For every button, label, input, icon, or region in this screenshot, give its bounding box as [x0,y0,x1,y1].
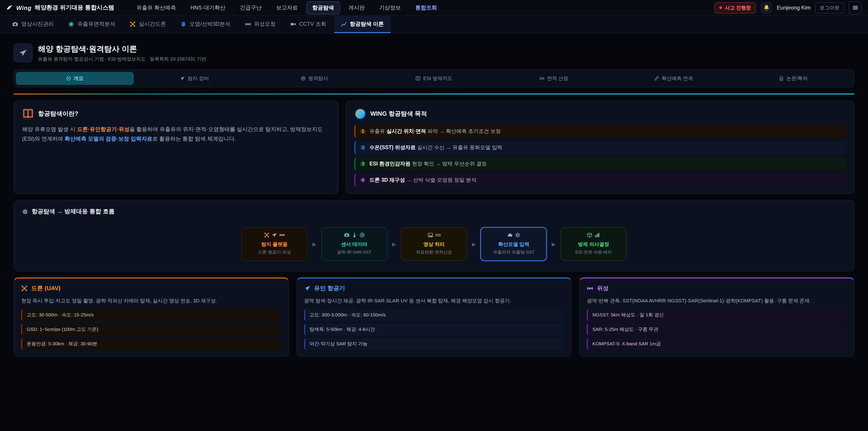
platform-card-title: 위성 [597,284,609,293]
section-tab[interactable]: 논문/특허 [734,72,852,85]
spec-row: 고도: 300-3,000m · 속도: 60-150m/s [304,309,564,321]
section-tab[interactable]: 면적 산정 [495,72,613,85]
purpose-item: ③ESI 환경민감자원 현장 확인 → 방제 우선순위 결정 [354,157,846,171]
purpose-card-header: WING 항공탐색 목적 [354,108,846,120]
menu-button[interactable] [848,1,862,14]
ruler-icon [539,76,544,81]
section-tab-label: 확산예측 연계 [662,75,693,82]
purpose-list: ①유출유 실시간 위치·면적 파악 → 확산예측 초기조건 보정②수온(SST)… [354,125,846,187]
text-segment: 해양 유류오염 발생 시 [22,126,77,132]
notifications-button[interactable] [761,2,772,13]
nav-item[interactable]: 항공탐색 [306,1,340,14]
logout-button[interactable]: 로그아웃 [815,2,844,13]
section-tab[interactable]: 개요 [16,72,134,85]
page-title: 해양 항공탐색·원격탐사 이론 [38,43,206,54]
purpose-number: ④ [360,177,365,183]
flow-step-title: 확산모델 입력 [484,241,544,248]
subnav-item[interactable]: 항공탐색 이론 [334,16,391,33]
spec-list: NGSST: 5km 해상도 · 일 1회 갱신SAR: 5-25m 해상도 ·… [587,309,847,350]
platform-card-description: 광역·반복 관측. SST(NOAA AVHRR·NGSST)·SAR(Sent… [587,297,847,305]
flow-title: 항공탐색 → 방제대응 통합 흐름 [32,208,115,216]
nav-item[interactable]: HNS·대기확산 [184,1,231,14]
what-is-body: 해양 유류오염 발생 시 드론·유인항공기·위성을 활용하여 유출유의 위치·면… [22,125,330,144]
chart-icon [341,21,346,27]
app-logo[interactable]: Wing 해양환경 위기대응 통합시스템 [6,4,114,12]
gear-icon [515,232,520,238]
platform-card-title: 유인 항공기 [314,284,345,293]
text-segment: → 선박 식별·오염원 정밀 분석 [405,177,476,183]
incident-badge-label: 사고 진행중 [725,4,751,11]
flow-step-title: 방제 의사결정 [564,241,623,248]
page-header: 해양 항공탐색·원격탐사 이론 유출유 원격탐지·항공감시 기법 · ESI 방… [13,43,855,62]
wing-logo-icon [6,4,13,11]
flow-step-title: 탐지 플랫폼 [245,241,304,248]
image-icon [428,232,433,238]
purpose-number: ③ [360,161,365,167]
flow-step-icons [484,232,544,238]
section-tab-label: 면적 산정 [547,75,568,82]
spec-list: 고도: 30-500m · 속도: 15-25m/sGSD: 1~5cm/px … [21,309,281,350]
top-bar: Wing 해양환경 위기대응 통합시스템 유출유 확산예측HNS·대기확산긴급구… [0,0,868,16]
flow-step-title: 영상 처리 [404,241,464,248]
burst-icon [68,21,74,27]
subnav-item[interactable]: 오염/선박3D분석 [174,16,237,33]
purpose-text: ESI 환경민감자원 현장 확인 → 방제 우선순위 결정 [369,160,487,167]
section-tab[interactable]: 원격탐사 [255,72,373,85]
purpose-number: ② [360,145,365,151]
section-tab[interactable]: 탐지 장비 [135,72,254,85]
nav-item[interactable]: 보고자료 [270,1,304,14]
platform-card-description: 현장 즉시 투입·저고도 정밀 촬영. 광학·적외선 카메라 탑재, 실시간 영… [21,297,281,305]
subnav-item[interactable]: CCTV 조회 [283,16,333,33]
logo-text: Wing [16,4,31,11]
spec-row: 운용반경: 5-30km · 체공: 30-90분 [21,338,281,350]
what-is-card: 항공탐색이란? 해양 유류오염 발생 시 드론·유인항공기·위성을 활용하여 유… [13,101,339,194]
section-tab-label: ESI 방제지도 [423,75,453,82]
subnav-item-label: 위성요청 [254,20,276,28]
purpose-text: 유출유 실시간 위치·면적 파악 → 확산예측 초기조건 보정 [369,128,501,135]
nav-item[interactable]: 게시판 [342,1,370,14]
nav-item[interactable]: 기상정보 [373,1,407,14]
radar-icon [359,232,365,238]
flow-card: 항공탐색 → 방제대응 통합 흐름 탐지 플랫폼드론·항공기·위성▶센서 데이터… [13,200,855,271]
subnav-item[interactable]: 유출유면적분석 [61,16,122,33]
purpose-card: WING 항공탐색 목적 ①유출유 실시간 위치·면적 파악 → 확산예측 초기… [346,101,855,194]
subnav-item[interactable]: 위성요청 [238,16,282,33]
platform-card-description: 광역 탐색·장시간 체공. 광학·IR·SAR·SLAR·UV 등 센서 복합 … [304,297,564,305]
section-tab[interactable]: ESI 방제지도 [375,72,493,85]
section-tab[interactable]: 확산예측 연계 [615,72,733,85]
nav-item[interactable]: 긴급구난 [234,1,268,14]
flow-step-title: 센서 데이터 [324,241,384,248]
drone-icon [264,232,270,238]
flow-steps: 탐지 플랫폼드론·항공기·위성▶센서 데이터광학·IR·SAR·SST▶영상 처… [22,227,846,261]
app-root: Wing 해양환경 위기대응 통합시스템 유출유 확산예측HNS·대기확산긴급구… [0,0,868,431]
flow-step: 확산모델 입력유출위치·유출량·SST [481,227,547,261]
what-is-title: 항공탐색이란? [38,110,79,118]
spec-row: NGSST: 5km 해상도 · 일 1회 갱신 [587,309,847,321]
flow-step-icons [564,232,623,238]
flow-step-icons [324,232,384,238]
main-nav: 유출유 확산예측HNS·대기확산긴급구난보고자료항공탐색게시판기상정보통합조회 [131,1,443,14]
gear-icon [22,209,28,214]
flow-arrow-icon: ▶ [312,241,316,247]
nav-item[interactable]: 유출유 확산예측 [131,1,182,14]
plane-icon [304,285,310,291]
flow-card-header: 항공탐색 → 방제대응 통합 흐름 [22,208,846,216]
doc-icon [779,76,784,81]
sub-nav: 영상사진관리유출유면적분석실시간드론오염/선박3D분석위성요청CCTV 조회항공… [0,16,868,33]
plane-icon [272,232,277,238]
flow-step-subtitle: 드론·항공기·위성 [245,249,304,255]
satellite-icon [587,285,593,291]
subnav-item[interactable]: 실시간드론 [123,16,173,33]
platform-card-header: 유인 항공기 [304,284,564,293]
flow-step-subtitle: 좌표변환·면적산정 [404,249,464,255]
section-tab-label: 탐지 장비 [188,75,209,82]
text-segment: 유출유 [369,128,386,134]
camera-icon [344,232,349,238]
intro-row: 항공탐색이란? 해양 유류오염 발생 시 드론·유인항공기·위성을 활용하여 유… [13,101,855,194]
flow-arrow-icon: ▶ [392,241,396,247]
incident-dot-icon [719,6,722,9]
flow-arrow-icon: ▶ [552,241,556,247]
nav-item[interactable]: 통합조회 [409,1,443,14]
wing-badge-icon [354,108,366,120]
subnav-item[interactable]: 영상사진관리 [5,16,61,33]
